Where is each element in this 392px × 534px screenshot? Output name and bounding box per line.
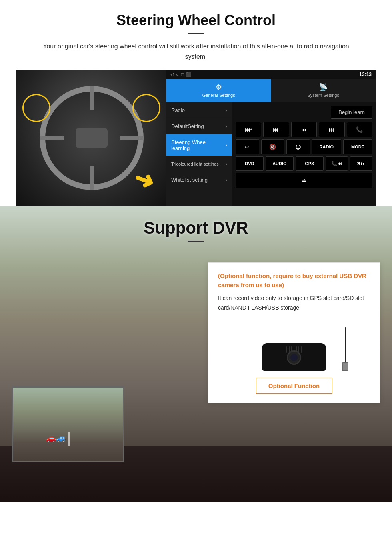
chevron-icon-tricoloured: › bbox=[226, 161, 227, 167]
tab-system-settings[interactable]: 📡 System Settings bbox=[271, 79, 376, 102]
ctrl-eject[interactable]: ⏏ bbox=[236, 173, 372, 188]
ctrl-row-2: ↩ 🔇 ⏻ RADIO MODE bbox=[236, 139, 372, 154]
yellow-circle-left bbox=[22, 94, 50, 122]
thumb-road-line bbox=[68, 432, 70, 447]
gear-icon: ⚙ bbox=[216, 83, 222, 92]
dvr-camera-illustration bbox=[238, 319, 350, 371]
android-ui: ◁ ○ □ ⬛ 13:13 ⚙ General Settings 📡 Syste… bbox=[166, 70, 376, 206]
vent-line-7 bbox=[301, 346, 302, 353]
ctrl-mute-next[interactable]: ✖⏭ bbox=[350, 156, 372, 171]
ctrl-vol-up[interactable]: ⏮+ bbox=[236, 122, 261, 137]
ctrl-power[interactable]: ⏻ bbox=[286, 139, 310, 154]
tab-system-label: System Settings bbox=[308, 93, 339, 98]
camera-body bbox=[262, 343, 326, 371]
thumb-cars: 🚗🚙 bbox=[46, 433, 66, 443]
usb-connector bbox=[342, 362, 348, 371]
nav-back-icon[interactable]: ◁ bbox=[170, 72, 174, 77]
android-menu: Radio › DefaultSetting › Steering Wheel … bbox=[166, 102, 232, 206]
camera-cable bbox=[345, 327, 346, 363]
ctrl-radio[interactable]: RADIO bbox=[312, 139, 341, 154]
dvr-section: Support DVR 🚗🚙 (Optional function, requi… bbox=[0, 206, 392, 502]
ctrl-vol-down[interactable]: ⏮- bbox=[263, 122, 289, 137]
ctrl-dvd[interactable]: DVD bbox=[236, 156, 264, 171]
menu-default-label: DefaultSetting bbox=[171, 123, 204, 129]
dvr-footage-thumbnail: 🚗🚙 bbox=[12, 386, 124, 462]
yellow-circle-right bbox=[132, 94, 160, 122]
ctrl-audio[interactable]: AUDIO bbox=[266, 156, 294, 171]
ctrl-mute[interactable]: 🔇 bbox=[261, 139, 285, 154]
ctrl-phone[interactable]: 📞 bbox=[347, 122, 372, 137]
ctrl-row-3: DVD AUDIO GPS 📞⏮ ✖⏭ bbox=[236, 156, 372, 171]
tab-general-label: General Settings bbox=[202, 93, 235, 98]
dvr-title: Support DVR bbox=[0, 218, 392, 238]
sw-spoke-top bbox=[90, 86, 94, 110]
android-tabs: ⚙ General Settings 📡 System Settings bbox=[166, 79, 376, 102]
ctrl-phone-prev[interactable]: 📞⏮ bbox=[326, 156, 348, 171]
steering-section: Steering Wheel Control Your original car… bbox=[0, 0, 392, 206]
vent-line-1 bbox=[286, 346, 287, 353]
dvr-description: It can record video only to storage in G… bbox=[218, 294, 370, 313]
steering-photo: ➜ bbox=[16, 70, 166, 206]
camera-lens bbox=[287, 350, 301, 365]
sw-center bbox=[76, 128, 108, 148]
title-divider bbox=[188, 33, 204, 34]
optional-function-button[interactable]: Optional Function bbox=[256, 378, 332, 394]
ctrl-row-4: ⏏ bbox=[236, 173, 372, 188]
wifi-icon: 📡 bbox=[319, 83, 328, 92]
ctrl-row-1: ⏮+ ⏮- ⏮ ⏭ 📞 bbox=[236, 122, 372, 137]
chevron-icon-default: › bbox=[226, 124, 227, 129]
menu-item-whitelist[interactable]: Whitelist setting › bbox=[166, 172, 232, 188]
chevron-icon-steering: › bbox=[226, 142, 227, 148]
begin-learn-button[interactable]: Begin learn bbox=[331, 106, 372, 119]
dvr-title-divider bbox=[188, 241, 204, 242]
sw-spoke-right bbox=[120, 136, 144, 140]
menu-tricoloured-label: Tricoloured light settings bbox=[171, 162, 219, 166]
steering-subtitle: Your original car's steering wheel contr… bbox=[36, 41, 356, 62]
steering-title: Steering Wheel Control bbox=[16, 12, 376, 29]
ctrl-hangup[interactable]: ↩ bbox=[236, 139, 259, 154]
android-right-panel: Begin learn ⏮+ ⏮- ⏮ ⏭ 📞 ↩ bbox=[232, 102, 376, 206]
chevron-icon-whitelist: › bbox=[226, 177, 227, 183]
menu-whitelist-label: Whitelist setting bbox=[171, 177, 208, 183]
nav-recent-icon[interactable]: □ bbox=[181, 72, 184, 77]
steering-wheel-ring bbox=[40, 86, 144, 190]
menu-item-radio[interactable]: Radio › bbox=[166, 102, 232, 118]
menu-radio-label: Radio bbox=[171, 107, 185, 113]
sw-spoke-left bbox=[40, 136, 64, 140]
control-grid: ⏮+ ⏮- ⏮ ⏭ 📞 ↩ 🔇 ⏻ RADIO MODE bbox=[236, 122, 372, 188]
android-demo: ➜ ◁ ○ □ ⬛ 13:13 ⚙ General Settings bbox=[16, 70, 376, 206]
ctrl-prev-track[interactable]: ⏮ bbox=[291, 122, 317, 137]
status-time: 13:13 bbox=[359, 72, 372, 77]
sw-spoke-bot bbox=[90, 166, 94, 190]
menu-item-steering-wheel[interactable]: Steering Wheel learning › bbox=[166, 134, 232, 156]
dvr-info-card: (Optional function, require to buy exter… bbox=[208, 262, 380, 403]
dvr-optional-notice: (Optional function, require to buy exter… bbox=[218, 272, 370, 290]
menu-item-default-setting[interactable]: DefaultSetting › bbox=[166, 118, 232, 134]
android-content: Radio › DefaultSetting › Steering Wheel … bbox=[166, 102, 376, 206]
thumb-street: 🚗🚙 bbox=[13, 388, 123, 461]
menu-item-tricoloured[interactable]: Tricoloured light settings › bbox=[166, 156, 232, 172]
nav-home-icon[interactable]: ○ bbox=[176, 72, 179, 77]
tab-general-settings[interactable]: ⚙ General Settings bbox=[166, 79, 271, 102]
ctrl-mode[interactable]: MODE bbox=[343, 139, 372, 154]
status-nav-icons: ◁ ○ □ ⬛ bbox=[170, 72, 192, 77]
nav-menu-icon[interactable]: ⬛ bbox=[186, 72, 192, 77]
ctrl-next-track[interactable]: ⏭ bbox=[319, 122, 344, 137]
dvr-title-area: Support DVR bbox=[0, 206, 392, 246]
chevron-icon-radio: › bbox=[226, 108, 227, 113]
ctrl-gps[interactable]: GPS bbox=[296, 156, 324, 171]
begin-learn-row: Begin learn bbox=[236, 106, 372, 119]
android-status-bar: ◁ ○ □ ⬛ 13:13 bbox=[166, 70, 376, 79]
menu-steering-label: Steering Wheel learning bbox=[171, 139, 226, 151]
